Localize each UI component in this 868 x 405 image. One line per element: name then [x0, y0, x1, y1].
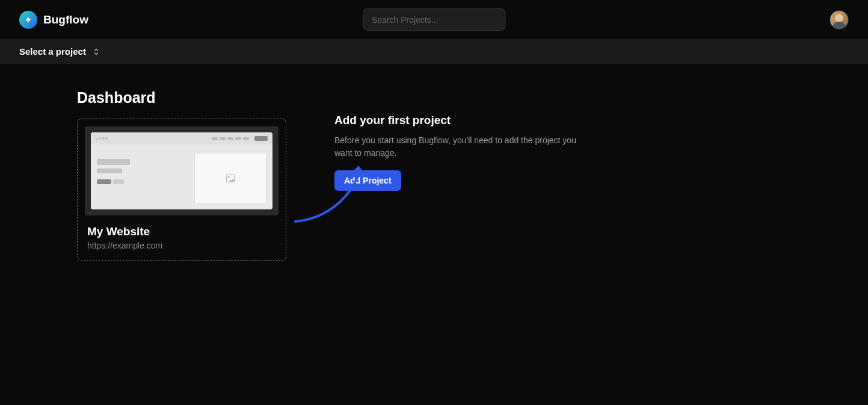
brand-area[interactable]: Bugflow — [19, 11, 88, 29]
subheader: Select a project — [0, 39, 868, 64]
dashboard-title: Dashboard — [77, 89, 286, 107]
project-selector-label: Select a project — [19, 46, 86, 57]
image-placeholder-icon — [226, 174, 235, 182]
logo-icon — [19, 11, 37, 29]
browser-mockup: LOGO — [91, 132, 272, 209]
project-card[interactable]: LOGO — [77, 119, 286, 261]
cta-column: Add your first project Before you start … — [334, 89, 587, 191]
add-project-button[interactable]: Add Project — [334, 170, 401, 191]
project-selector[interactable]: Select a project — [19, 46, 99, 57]
project-preview: LOGO — [85, 126, 279, 215]
cta-title: Add your first project — [334, 114, 587, 127]
search-wrapper — [363, 8, 505, 31]
project-card-url: https://example.com — [85, 241, 279, 253]
avatar[interactable] — [830, 10, 849, 29]
mock-logo: LOGO — [96, 137, 108, 140]
bolt-icon — [24, 14, 32, 25]
cta-description: Before you start using Bugflow, you'll n… — [334, 134, 587, 159]
brand-name: Bugflow — [43, 13, 88, 26]
chevron-updown-icon — [93, 48, 99, 56]
search-input[interactable] — [363, 8, 505, 31]
dashboard-column: Dashboard LOGO — [77, 89, 286, 261]
main-content: Dashboard LOGO — [0, 64, 868, 286]
project-card-title: My Website — [85, 225, 279, 238]
main-header: Bugflow — [0, 0, 868, 39]
